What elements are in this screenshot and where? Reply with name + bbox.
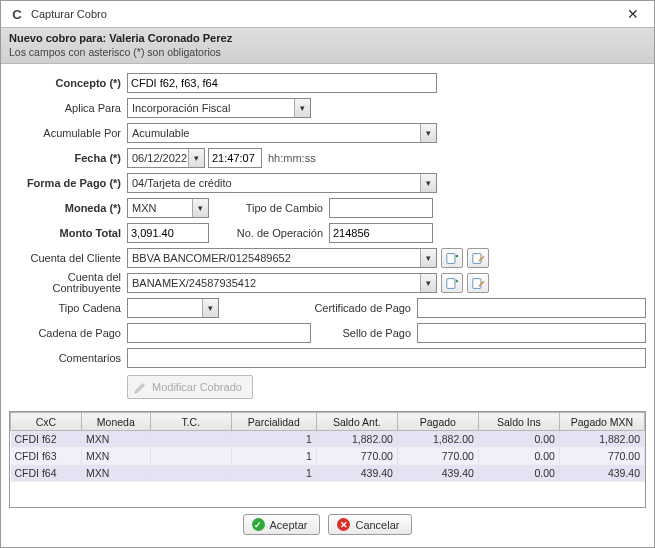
label-cadena-pago: Cadena de Pago: [9, 327, 127, 339]
label-comentarios: Comentarios: [9, 352, 127, 364]
add-account-button[interactable]: [441, 248, 463, 268]
header-prefix: Nuevo cobro para:: [9, 32, 109, 44]
label-aplica-para: Aplica Para: [9, 102, 127, 114]
col-saldo-ant[interactable]: Saldo Ant.: [316, 413, 397, 431]
comentarios-input[interactable]: [127, 348, 646, 368]
svg-rect-3: [472, 278, 480, 288]
close-button[interactable]: ✕: [618, 4, 648, 24]
table-row[interactable]: CFDI f64MXN1439.40439.400.00439.40: [11, 465, 645, 482]
col-pagado-mxn[interactable]: Pagado MXN: [559, 413, 644, 431]
add-account-button-2[interactable]: [441, 273, 463, 293]
header-banner: Nuevo cobro para: Valeria Coronado Perez…: [1, 28, 654, 64]
certificado-pago-input[interactable]: [417, 298, 646, 318]
label-cuenta-contribuyente: Cuenta del Contribuyente: [9, 272, 127, 294]
label-tipo-cadena: Tipo Cadena: [9, 302, 127, 314]
tipo-cadena-select[interactable]: ▾: [127, 298, 219, 318]
label-concepto: Concepto (*): [9, 77, 127, 89]
cancel-button[interactable]: ✕ Cancelar: [328, 514, 412, 535]
col-moneda[interactable]: Moneda: [81, 413, 150, 431]
svg-rect-0: [446, 253, 454, 263]
col-saldo-ins[interactable]: Saldo Ins: [478, 413, 559, 431]
tipo-cambio-input[interactable]: [329, 198, 433, 218]
cancel-icon: ✕: [337, 518, 350, 531]
chevron-down-icon[interactable]: ▾: [188, 149, 204, 167]
label-cuenta-cliente: Cuenta del Cliente: [9, 252, 127, 264]
check-icon: ✓: [252, 518, 265, 531]
label-sello-pago: Sello de Pago: [311, 327, 417, 339]
modificar-cobrado-button: Modificar Cobrado: [127, 375, 253, 399]
label-no-operacion: No. de Operación: [209, 227, 329, 239]
label-fecha: Fecha (*): [9, 152, 127, 164]
accept-button[interactable]: ✓ Aceptar: [243, 514, 321, 535]
header-hint: Los campos con asterisco (*) son obligat…: [9, 46, 646, 58]
label-certificado-pago: Certificado de Pago: [219, 302, 417, 314]
chevron-down-icon[interactable]: ▾: [420, 249, 436, 267]
table-row[interactable]: CFDI f63MXN1770.00770.000.00770.00: [11, 448, 645, 465]
acumulable-por-select[interactable]: Acumulable ▾: [127, 123, 437, 143]
chevron-down-icon[interactable]: ▾: [192, 199, 208, 217]
col-parcialidad[interactable]: Parcialidad: [231, 413, 316, 431]
title-bar: C Capturar Cobro ✕: [1, 1, 654, 28]
app-icon: C: [9, 6, 25, 22]
chevron-down-icon[interactable]: ▾: [294, 99, 310, 117]
svg-rect-1: [472, 253, 480, 263]
cadena-pago-input[interactable]: [127, 323, 311, 343]
chevron-down-icon[interactable]: ▾: [420, 274, 436, 292]
payments-grid[interactable]: CxC Moneda T.C. Parcialidad Saldo Ant. P…: [9, 411, 646, 508]
label-tipo-cambio: Tipo de Cambio: [209, 202, 329, 214]
col-pagado[interactable]: Pagado: [397, 413, 478, 431]
chevron-down-icon[interactable]: ▾: [420, 174, 436, 192]
moneda-select[interactable]: MXN ▾: [127, 198, 209, 218]
forma-pago-select[interactable]: 04/Tarjeta de crédito ▾: [127, 173, 437, 193]
sello-pago-input[interactable]: [417, 323, 646, 343]
svg-rect-2: [446, 278, 454, 288]
table-header-row: CxC Moneda T.C. Parcialidad Saldo Ant. P…: [11, 413, 645, 431]
fecha-input[interactable]: 06/12/2022 ▾: [127, 148, 205, 168]
label-monto-total: Monto Total: [9, 227, 127, 239]
label-moneda: Moneda (*): [9, 202, 127, 214]
dialog-capturar-cobro: C Capturar Cobro ✕ Nuevo cobro para: Val…: [0, 0, 655, 548]
edit-icon: [134, 380, 148, 394]
hora-input[interactable]: [208, 148, 262, 168]
window-title: Capturar Cobro: [31, 8, 618, 20]
table-row[interactable]: CFDI f62MXN11,882.001,882.000.001,882.00: [11, 431, 645, 448]
no-operacion-input[interactable]: [329, 223, 433, 243]
header-customer: Valeria Coronado Perez: [109, 32, 232, 44]
monto-total-input[interactable]: [127, 223, 209, 243]
col-cxc[interactable]: CxC: [11, 413, 82, 431]
cuenta-contribuyente-select[interactable]: BANAMEX/24587935412 ▾: [127, 273, 437, 293]
label-hhmmss: hh:mm:ss: [268, 152, 316, 164]
chevron-down-icon[interactable]: ▾: [420, 124, 436, 142]
chevron-down-icon[interactable]: ▾: [202, 299, 218, 317]
form-area: Concepto (*) Aplica Para Incorporación F…: [1, 64, 654, 407]
edit-account-button[interactable]: [467, 248, 489, 268]
label-forma-pago: Forma de Pago (*): [9, 177, 127, 189]
aplica-para-select[interactable]: Incorporación Fiscal ▾: [127, 98, 311, 118]
cuenta-cliente-select[interactable]: BBVA BANCOMER/0125489652 ▾: [127, 248, 437, 268]
dialog-footer: ✓ Aceptar ✕ Cancelar: [1, 514, 654, 547]
col-tc[interactable]: T.C.: [150, 413, 231, 431]
edit-account-button-2[interactable]: [467, 273, 489, 293]
label-acumulable-por: Acumulable Por: [9, 127, 127, 139]
concepto-input[interactable]: [127, 73, 437, 93]
